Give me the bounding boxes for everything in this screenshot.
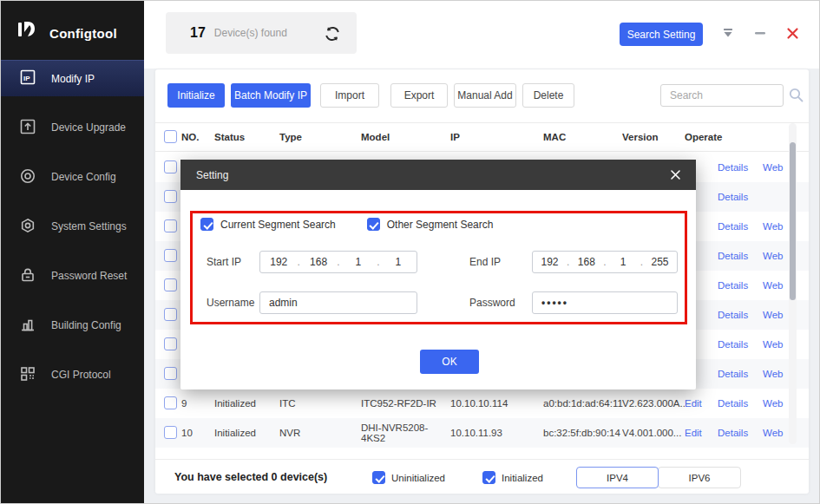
search-icon[interactable] — [789, 88, 804, 106]
start-ip-label: Start IP — [207, 256, 241, 268]
start-ip-octet-1[interactable]: 192 — [260, 256, 298, 268]
sidebar-item-cgi-protocol[interactable]: CGI Protocol — [1, 357, 144, 393]
ipv6-button[interactable]: IPV6 — [658, 467, 741, 488]
initialized-label: Initialized — [502, 473, 543, 483]
row-checkbox[interactable] — [164, 426, 177, 439]
details-link[interactable]: Details — [718, 428, 748, 438]
end-ip-octet-3[interactable]: 1 — [607, 256, 640, 268]
username-label: Username — [207, 297, 254, 309]
search-input[interactable] — [660, 84, 784, 107]
sidebar-item-system-settings[interactable]: System Settings — [1, 208, 144, 245]
start-ip-octet-3[interactable]: 1 — [340, 256, 377, 268]
other-segment-checkbox[interactable] — [367, 218, 380, 231]
details-link[interactable]: Details — [718, 251, 748, 261]
edit-link[interactable]: Edit — [685, 398, 702, 409]
row-checkbox[interactable] — [164, 278, 177, 291]
username-input[interactable] — [259, 291, 417, 314]
sidebar-item-label: Building Config — [51, 319, 121, 331]
end-ip-input[interactable]: 192 . 168 . 1 . 255 — [532, 251, 678, 273]
row-checkbox[interactable] — [164, 249, 177, 262]
brand-name: Configtool — [49, 26, 117, 41]
header-model: Model — [361, 132, 450, 142]
password-reset-lock-icon — [20, 267, 36, 285]
sidebar-item-label: Device Config — [51, 171, 116, 183]
header-status: Status — [214, 132, 279, 142]
row-checkbox[interactable] — [164, 337, 177, 350]
details-link[interactable]: Details — [718, 310, 748, 320]
details-link[interactable]: Details — [718, 162, 748, 173]
ok-button[interactable]: OK — [420, 350, 479, 374]
uninitialized-checkbox[interactable] — [372, 471, 385, 484]
delete-button[interactable]: Delete — [522, 83, 574, 108]
edit-link[interactable]: Edit — [685, 428, 702, 438]
password-label: Password — [469, 297, 515, 309]
search-setting-button[interactable]: Search Setting — [620, 23, 703, 46]
import-button[interactable]: Import — [320, 83, 379, 108]
row-checkbox[interactable] — [164, 190, 177, 203]
dropdown-caret-icon[interactable] — [720, 25, 736, 41]
web-link[interactable]: Web — [763, 251, 783, 261]
row-checkbox[interactable] — [164, 308, 177, 321]
sidebar-item-device-config[interactable]: Device Config — [1, 159, 144, 195]
start-ip-octet-2[interactable]: 168 — [300, 256, 338, 268]
ipv4-button[interactable]: IPV4 — [576, 467, 659, 488]
batch-modify-ip-button[interactable]: Batch Modify IP — [231, 83, 311, 108]
end-ip-octet-4[interactable]: 255 — [643, 256, 677, 268]
details-link[interactable]: Details — [718, 339, 748, 350]
initialized-checkbox[interactable] — [482, 471, 495, 484]
end-ip-octet-2[interactable]: 168 — [569, 256, 603, 268]
end-ip-label: End IP — [469, 256, 501, 268]
sidebar-item-building-config[interactable]: Building Config — [1, 307, 144, 344]
scrollbar-thumb[interactable] — [790, 142, 796, 300]
web-link[interactable]: Web — [763, 398, 783, 409]
cell-type: ITC — [279, 398, 361, 409]
sidebar-item-modify-ip[interactable]: IP Modify IP — [1, 60, 144, 96]
web-link[interactable]: Web — [763, 221, 783, 232]
details-link[interactable]: Details — [718, 398, 748, 409]
details-link[interactable]: Details — [718, 280, 748, 291]
table-row: 9 Initialized ITC ITC952-RF2D-IR 10.10.1… — [155, 389, 809, 418]
end-ip-octet-1[interactable]: 192 — [533, 256, 567, 268]
web-link[interactable]: Web — [763, 428, 783, 438]
export-button[interactable]: Export — [390, 83, 448, 108]
sidebar-item-device-upgrade[interactable]: Device Upgrade — [1, 109, 144, 146]
row-checkbox[interactable] — [164, 160, 177, 173]
web-link[interactable]: Web — [763, 369, 783, 379]
manual-add-button[interactable]: Manual Add — [454, 83, 516, 108]
start-ip-input[interactable]: 192 . 168 . 1 . 1 — [259, 251, 417, 273]
row-checkbox[interactable] — [164, 219, 177, 232]
modal-title: Setting — [196, 169, 228, 181]
modal-close-icon[interactable] — [668, 168, 682, 182]
cell-type: NVR — [279, 428, 361, 438]
select-all-checkbox[interactable] — [164, 130, 177, 143]
card-footer: You have selected 0 device(s) Uninitiali… — [155, 459, 809, 494]
toolbar: Initialize Batch Modify IP Import Export… — [155, 83, 809, 108]
minimize-icon[interactable] — [752, 25, 768, 41]
current-segment-checkbox[interactable] — [200, 218, 213, 231]
cell-ip: 10.10.10.114 — [450, 398, 543, 409]
ip-range-row: Start IP 192 . 168 . 1 . 1 End IP 192 . … — [180, 251, 696, 273]
details-link[interactable]: Details — [718, 369, 748, 379]
sidebar-item-label: Password Reset — [51, 270, 127, 282]
sidebar-item-password-reset[interactable]: Password Reset — [1, 258, 144, 294]
close-window-icon[interactable] — [784, 25, 800, 41]
password-input[interactable] — [532, 291, 678, 314]
other-segment-label: Other Segment Search — [387, 219, 494, 231]
web-link[interactable]: Web — [763, 339, 783, 350]
refresh-icon[interactable] — [324, 25, 341, 43]
details-link[interactable]: Details — [718, 221, 748, 232]
initialize-button[interactable]: Initialize — [167, 83, 225, 108]
details-link[interactable]: Details — [718, 192, 748, 202]
cell-model: ITC952-RF2D-IR — [361, 398, 450, 409]
uninitialized-label: Uninitialized — [391, 473, 445, 483]
svg-text:IP: IP — [23, 75, 30, 82]
system-settings-icon — [20, 218, 36, 236]
web-link[interactable]: Web — [763, 162, 783, 173]
row-checkbox[interactable] — [164, 396, 177, 409]
web-link[interactable]: Web — [763, 280, 783, 291]
web-link[interactable]: Web — [763, 310, 783, 320]
start-ip-octet-4[interactable]: 1 — [380, 256, 417, 268]
sidebar-item-label: Device Upgrade — [51, 121, 126, 134]
row-checkbox[interactable] — [164, 367, 177, 380]
table-row: 10 Initialized NVR DHI-NVR5208-4KS2 10.1… — [155, 418, 809, 448]
